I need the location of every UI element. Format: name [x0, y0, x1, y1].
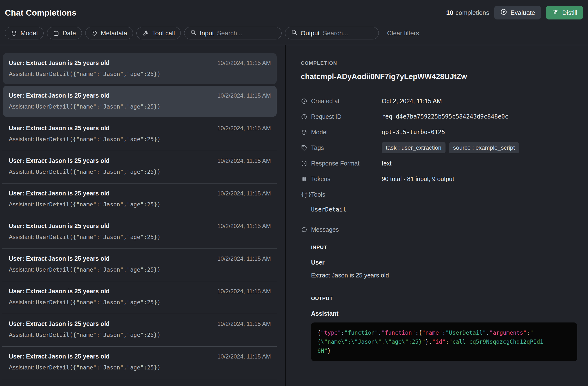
item-assistant-text: Assistant: UserDetail({"name":"Jason","a… — [9, 168, 271, 175]
item-user-text: User: Extract Jason is 25 years old — [9, 157, 110, 164]
clear-filters-button[interactable]: Clear filters — [386, 29, 420, 37]
cube-icon — [11, 30, 17, 37]
filter-bar: ModelDateMetadataTool call Input Search.… — [5, 23, 583, 45]
output-section-label: OUTPUT — [311, 295, 577, 301]
item-user-text: User: Extract Jason is 25 years old — [9, 288, 110, 295]
completion-list-item[interactable]: User: Extract Jason is 25 years old10/2/… — [3, 347, 277, 379]
messages-header: Messages — [301, 226, 577, 233]
filter-label: Metadata — [101, 29, 127, 37]
field-value: text — [382, 160, 391, 167]
item-assistant-text: Assistant: UserDetail({"name":"Jason","a… — [9, 103, 271, 110]
code-line: 6H"} — [317, 346, 571, 355]
tag-icon — [301, 145, 308, 151]
input-section-label: INPUT — [311, 244, 577, 250]
search-icon — [291, 29, 297, 37]
completion-fields: Created atOct 2, 2024, 11:15 AMRequest I… — [301, 93, 577, 202]
output-search[interactable]: Output Search... — [285, 27, 379, 39]
evaluate-button[interactable]: Evaluate — [494, 6, 541, 19]
completion-list-item[interactable]: User: Extract Jason is 25 years old10/2/… — [3, 86, 277, 117]
field-tokens: Tokens90 total · 81 input, 9 output — [301, 171, 577, 187]
completion-list-item[interactable]: User: Extract Jason is 25 years old10/2/… — [3, 249, 277, 281]
completion-list-item[interactable]: User: Extract Jason is 25 years old10/2/… — [3, 314, 277, 347]
completion-list-item[interactable]: User: Extract Jason is 25 years old10/2/… — [3, 118, 277, 151]
filter-metadata[interactable]: Metadata — [85, 27, 133, 39]
completion-detail: COMPLETION chatcmpl-ADyAodii0NF7ig7yLepW… — [286, 45, 588, 386]
item-timestamp: 10/2/2024, 11:15 AM — [217, 125, 271, 132]
item-user-text: User: Extract Jason is 25 years old — [9, 320, 110, 327]
item-assistant-text: Assistant: UserDetail({"name":"Jason","a… — [9, 71, 271, 77]
search-icon — [190, 29, 197, 37]
output-search-placeholder: Search... — [323, 29, 348, 37]
item-timestamp: 10/2/2024, 11:15 AM — [217, 92, 271, 99]
assistant-role-label: Assistant — [311, 310, 577, 317]
wrench-icon — [142, 30, 149, 37]
filter-model[interactable]: Model — [5, 27, 43, 39]
main-body: User: Extract Jason is 25 years old10/2/… — [0, 45, 588, 386]
distill-button[interactable]: Distill — [546, 6, 583, 19]
item-assistant-text: Assistant: UserDetail({"name":"Jason","a… — [9, 331, 271, 338]
assistant-output-code: {"type":"function","function":{"name":"U… — [311, 323, 577, 361]
filter-label: Model — [21, 29, 38, 37]
item-user-text: User: Extract Jason is 25 years old — [9, 59, 110, 66]
filter-label: Date — [63, 29, 76, 37]
chat-bubble-icon — [301, 226, 308, 233]
field-tools: {ƒ}Tools — [301, 187, 577, 202]
item-assistant-text: Assistant: UserDetail({"name":"Jason","a… — [9, 364, 271, 371]
field-label: Created at — [311, 97, 382, 105]
filter-pills: ModelDateMetadataTool call — [5, 27, 181, 39]
tag-badge: source : example_script — [449, 142, 519, 153]
tag-list: task : user_extractionsource : example_s… — [382, 142, 519, 153]
field-value: gpt-3.5-turbo-0125 — [382, 129, 445, 135]
field-value: Oct 2, 2024, 11:15 AM — [382, 97, 442, 105]
item-timestamp: 10/2/2024, 11:15 AM — [217, 288, 271, 295]
field-label: Tags — [311, 144, 382, 151]
input-search-label: Input — [200, 29, 214, 37]
field-value: 90 total · 81 input, 9 output — [382, 175, 454, 183]
completions-count-label: completions — [456, 9, 489, 16]
field-label: Tokens — [311, 175, 382, 183]
completion-list-item[interactable]: User: Extract Jason is 25 years old10/2/… — [3, 216, 277, 249]
item-user-text: User: Extract Jason is 25 years old — [9, 190, 110, 197]
completion-list-item[interactable]: User: Extract Jason is 25 years old10/2/… — [3, 184, 277, 216]
item-assistant-text: Assistant: UserDetail({"name":"Jason","a… — [9, 266, 271, 273]
clock-icon — [301, 98, 308, 104]
field-label: Request ID — [311, 113, 382, 120]
response-format-icon — [301, 160, 308, 167]
code-line: {"type":"function","function":{"name":"U… — [317, 328, 571, 337]
field-tags: Tagstask : user_extractionsource : examp… — [301, 140, 577, 155]
header: Chat Completions 10completions Evaluate — [0, 0, 588, 45]
field-request-id: Request IDreq_d4e7ba759225b595c584243d9c… — [301, 109, 577, 124]
input-search-placeholder: Search... — [217, 29, 242, 37]
evaluate-label: Evaluate — [510, 9, 535, 17]
input-search[interactable]: Input Search... — [184, 27, 282, 39]
item-assistant-text: Assistant: UserDetail({"name":"Jason","a… — [9, 234, 271, 240]
field-label: Tools — [311, 191, 382, 198]
completion-list-item[interactable]: User: Extract Jason is 25 years old10/2/… — [3, 53, 277, 84]
calendar-icon — [53, 30, 60, 37]
output-search-label: Output — [301, 29, 320, 37]
completion-list-item[interactable]: User: Extract Jason is 25 years old10/2/… — [3, 151, 277, 184]
item-timestamp: 10/2/2024, 11:15 AM — [217, 255, 271, 262]
messages-label: Messages — [311, 226, 382, 233]
item-user-text: User: Extract Jason is 25 years old — [9, 92, 110, 99]
distill-label: Distill — [562, 9, 577, 17]
item-user-text: User: Extract Jason is 25 years old — [9, 255, 110, 262]
tokens-icon — [301, 176, 308, 182]
completion-id: chatcmpl-ADyAodii0NF7ig7yLepWW428UJtZw — [301, 72, 577, 81]
item-timestamp: 10/2/2024, 11:15 AM — [217, 157, 271, 164]
item-user-text: User: Extract Jason is 25 years old — [9, 125, 110, 132]
sliders-icon — [552, 8, 559, 17]
item-user-text: User: Extract Jason is 25 years old — [9, 353, 110, 360]
item-assistant-text: Assistant: UserDetail({"name":"Jason","a… — [9, 201, 271, 208]
completion-list-item[interactable]: User: Extract Jason is 25 years old10/2/… — [3, 281, 277, 314]
field-label: Model — [311, 129, 382, 136]
filter-date[interactable]: Date — [47, 27, 82, 39]
filter-tool-call[interactable]: Tool call — [136, 27, 181, 39]
chat-completions-page: Chat Completions 10completions Evaluate — [0, 0, 588, 386]
user-role-label: User — [311, 259, 577, 266]
cube-icon — [301, 129, 308, 135]
field-response-format: Response Formattext — [301, 155, 577, 171]
header-actions: 10completions Evaluate — [446, 6, 583, 19]
field-model: Modelgpt-3.5-turbo-0125 — [301, 124, 577, 140]
user-message-text: Extract Jason is 25 years old — [311, 272, 577, 279]
